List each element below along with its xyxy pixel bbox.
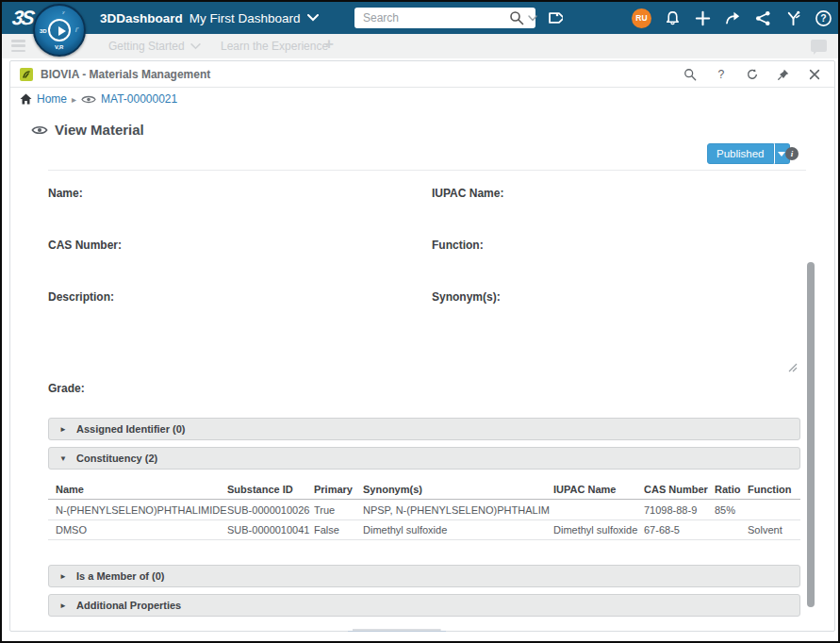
app-name: 3DDashboard (100, 11, 183, 25)
cell-iupac (553, 501, 640, 520)
user-avatar[interactable]: RU (632, 8, 651, 28)
col-header-name: Name (56, 480, 227, 500)
cell-ratio: 85% (715, 501, 746, 520)
tab-label: Learn the Experience (221, 40, 328, 53)
widget-close-icon[interactable] (808, 68, 821, 81)
breadcrumb-separator-icon: ▸ (72, 94, 76, 105)
tab-chevron-down-icon[interactable] (190, 43, 201, 50)
add-content-icon[interactable] (694, 9, 712, 27)
cell-name: N-(PHENYLSELENO)PHTHALIMIDE (56, 501, 227, 520)
search-input[interactable] (354, 11, 509, 25)
section-assigned-identifier[interactable]: ► Assigned Identifier (0) (48, 418, 800, 440)
section-additional-properties[interactable]: ► Additional Properties (48, 594, 800, 617)
biovia-widget: BIOVIA - Materials Management ? Home ▸ M… (9, 60, 835, 632)
col-header-primary: Primary (314, 480, 359, 500)
3dcompass-icon[interactable]: 3D V,R ʸ i' (33, 4, 86, 57)
chevron-right-icon: ► (59, 572, 71, 581)
help-icon[interactable]: ? (815, 9, 832, 27)
3dexperience-person-icon[interactable] (784, 9, 802, 27)
section-label: Assigned Identifier (0) (76, 423, 186, 435)
breadcrumb: Home ▸ MAT-00000021 (20, 92, 177, 106)
view-eye-icon (31, 124, 48, 136)
widget-header-icons: ? (684, 61, 821, 88)
clipped-link-text (348, 628, 446, 632)
widget-search-icon[interactable] (684, 68, 697, 81)
notifications-bell-icon[interactable] (664, 9, 682, 27)
dashboard-title[interactable]: 3DDashboard My First Dashboard (100, 2, 319, 34)
add-tab-button[interactable]: + (324, 35, 334, 54)
search-options-chevron-icon[interactable] (528, 15, 537, 22)
dashboard-tab-bar: Getting Started Learn the Experience + (2, 34, 838, 58)
form-divider (48, 170, 806, 171)
status-published-button[interactable]: Published (707, 143, 774, 164)
page-title: View Material (31, 122, 144, 138)
breadcrumb-material-link[interactable]: MAT-00000021 (101, 92, 177, 106)
field-label-function: Function: (432, 239, 484, 252)
textarea-resize-handle[interactable] (787, 362, 798, 372)
col-header-substance-id: Substance ID (227, 480, 310, 500)
compass-3d-label: 3D (40, 28, 47, 34)
cell-function (748, 501, 799, 520)
field-label-synonyms: Synonym(s): (432, 290, 501, 304)
play-icon (58, 26, 66, 36)
field-label-description: Description: (48, 290, 114, 304)
cell-iupac: Dimethyl sulfoxide (553, 520, 640, 540)
breadcrumb-home-link[interactable]: Home (37, 92, 67, 106)
widget-help-icon[interactable]: ? (715, 68, 728, 81)
widget-pin-icon[interactable] (777, 68, 790, 81)
col-header-cas: CAS Number (644, 480, 711, 500)
chevron-right-icon: ► (59, 425, 71, 434)
cell-primary: False (314, 520, 359, 540)
col-header-ratio: Ratio (715, 480, 746, 500)
widget-refresh-icon[interactable] (746, 68, 759, 81)
svg-text:?: ? (718, 68, 725, 81)
section-is-a-member-of[interactable]: ► Is a Member of (0) (48, 565, 800, 587)
chevron-down-icon[interactable] (307, 14, 319, 22)
table-row[interactable]: DMSO SUB-0000010041 False Dimethyl sulfo… (48, 520, 800, 540)
section-constituency[interactable]: ▼ Constituency (2) (48, 447, 800, 470)
hamburger-menu-icon[interactable] (11, 40, 25, 52)
svg-text:?: ? (820, 13, 826, 24)
chevron-down-icon: ▼ (59, 454, 71, 463)
biovia-app-icon (20, 68, 33, 81)
compass-play-ring (48, 19, 71, 41)
widget-title: BIOVIA - Materials Management (41, 68, 210, 81)
table-header-row: Name Substance ID Primary Synonym(s) IUP… (48, 480, 800, 500)
field-label-cas: CAS Number: (48, 239, 122, 252)
field-label-iupac: IUPAC Name: (432, 187, 503, 200)
cell-name: DMSO (56, 520, 227, 540)
dropdown-triangle-icon (778, 152, 785, 157)
cell-cas: 71098-88-9 (644, 501, 711, 520)
tab-label: Getting Started (108, 40, 185, 53)
chevron-right-icon: ► (59, 602, 71, 610)
global-search (354, 8, 535, 28)
section-label: Constituency (2) (76, 453, 157, 464)
cell-synonyms: Dimethyl sulfoxide (363, 520, 550, 540)
compass-vr-label: V,R (55, 44, 63, 50)
col-header-function: Function (748, 480, 799, 500)
info-icon[interactable]: i (785, 147, 799, 160)
scrollbar-thumb[interactable] (807, 262, 815, 607)
status-split-button: Published (707, 143, 790, 164)
comment-icon[interactable] (811, 40, 827, 52)
app-window: 3S 3D V,R ʸ i' 3DDashboard My First Dash… (0, 0, 840, 643)
tag-icon[interactable] (546, 9, 563, 26)
cell-cas: 67-68-5 (644, 520, 711, 540)
home-icon[interactable] (20, 93, 32, 105)
cell-primary: True (314, 501, 359, 520)
section-label: Is a Member of (0) (76, 570, 165, 582)
eye-icon (81, 94, 96, 105)
tab-learn-the-experience[interactable]: Learn the Experience (221, 34, 328, 58)
widget-header: BIOVIA - Materials Management ? (10, 61, 834, 88)
search-icon[interactable] (509, 10, 524, 25)
cell-substance-id: SUB-0000010041 (227, 520, 310, 540)
tab-getting-started[interactable]: Getting Started (108, 34, 201, 58)
share-arrow-icon[interactable] (724, 9, 742, 27)
table-row[interactable]: N-(PHENYLSELENO)PHTHALIMIDE SUB-00000100… (48, 501, 800, 520)
cell-substance-id: SUB-0000010026 (227, 501, 310, 520)
col-header-synonyms: Synonym(s) (363, 480, 550, 500)
topbar-actions: RU ? (632, 2, 832, 34)
top-bar: 3S 3D V,R ʸ i' 3DDashboard My First Dash… (2, 2, 838, 34)
compass-top-mark: ʸ (62, 9, 64, 16)
share-nodes-icon[interactable] (754, 9, 772, 27)
